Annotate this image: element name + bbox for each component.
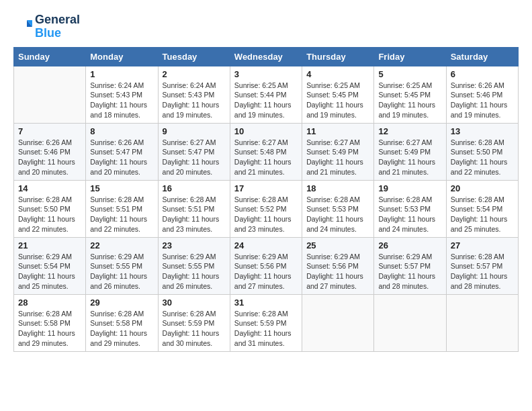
day-info: Sunrise: 6:28 AM Sunset: 5:51 PM Dayligh… — [90, 195, 153, 234]
day-number: 14 — [18, 183, 81, 193]
day-number: 24 — [234, 240, 298, 250]
calendar-cell: 7Sunrise: 6:26 AM Sunset: 5:46 PM Daylig… — [14, 123, 86, 180]
day-info: Sunrise: 6:28 AM Sunset: 5:59 PM Dayligh… — [234, 309, 298, 349]
day-number: 7 — [18, 126, 81, 136]
day-info: Sunrise: 6:27 AM Sunset: 5:49 PM Dayligh… — [378, 138, 441, 177]
calendar-cell: 19Sunrise: 6:28 AM Sunset: 5:53 PM Dayli… — [374, 180, 446, 237]
day-info: Sunrise: 6:28 AM Sunset: 5:53 PM Dayligh… — [378, 195, 441, 234]
day-number: 13 — [451, 126, 514, 136]
calendar-cell: 22Sunrise: 6:29 AM Sunset: 5:55 PM Dayli… — [86, 237, 158, 294]
day-info: Sunrise: 6:25 AM Sunset: 5:45 PM Dayligh… — [378, 81, 441, 120]
day-info: Sunrise: 6:26 AM Sunset: 5:46 PM Dayligh… — [18, 138, 81, 177]
day-info: Sunrise: 6:26 AM Sunset: 5:47 PM Dayligh… — [90, 138, 153, 177]
calendar-cell: 28Sunrise: 6:28 AM Sunset: 5:58 PM Dayli… — [14, 294, 86, 351]
header-cell-friday: Friday — [374, 47, 446, 66]
day-number: 1 — [90, 69, 153, 79]
calendar-cell: 10Sunrise: 6:27 AM Sunset: 5:48 PM Dayli… — [230, 123, 302, 180]
calendar-cell: 31Sunrise: 6:28 AM Sunset: 5:59 PM Dayli… — [230, 294, 302, 351]
calendar-cell: 17Sunrise: 6:28 AM Sunset: 5:52 PM Dayli… — [230, 180, 302, 237]
day-number: 11 — [306, 126, 369, 136]
header-cell-monday: Monday — [86, 47, 158, 66]
day-number: 29 — [90, 298, 153, 308]
day-info: Sunrise: 6:28 AM Sunset: 5:52 PM Dayligh… — [234, 195, 298, 234]
day-number: 30 — [163, 298, 226, 308]
day-number: 9 — [163, 126, 226, 136]
day-number: 15 — [90, 183, 153, 193]
calendar-cell: 9Sunrise: 6:27 AM Sunset: 5:47 PM Daylig… — [158, 123, 230, 180]
header-cell-wednesday: Wednesday — [230, 47, 302, 66]
day-info: Sunrise: 6:28 AM Sunset: 5:51 PM Dayligh… — [163, 195, 226, 234]
calendar-cell: 1Sunrise: 6:24 AM Sunset: 5:43 PM Daylig… — [86, 66, 158, 123]
header-cell-tuesday: Tuesday — [158, 47, 230, 66]
day-number: 25 — [306, 240, 369, 250]
day-info: Sunrise: 6:28 AM Sunset: 5:50 PM Dayligh… — [18, 195, 81, 234]
calendar-cell: 20Sunrise: 6:28 AM Sunset: 5:54 PM Dayli… — [446, 180, 518, 237]
calendar-cell: 12Sunrise: 6:27 AM Sunset: 5:49 PM Dayli… — [374, 123, 446, 180]
calendar-cell: 21Sunrise: 6:29 AM Sunset: 5:54 PM Dayli… — [14, 237, 86, 294]
day-info: Sunrise: 6:25 AM Sunset: 5:45 PM Dayligh… — [306, 81, 369, 120]
calendar-cell: 16Sunrise: 6:28 AM Sunset: 5:51 PM Dayli… — [158, 180, 230, 237]
header-cell-saturday: Saturday — [446, 47, 518, 66]
day-number: 26 — [378, 240, 441, 250]
day-info: Sunrise: 6:25 AM Sunset: 5:44 PM Dayligh… — [234, 81, 298, 120]
day-number: 17 — [234, 183, 298, 193]
calendar-cell: 24Sunrise: 6:29 AM Sunset: 5:56 PM Dayli… — [230, 237, 302, 294]
day-number: 10 — [234, 126, 298, 136]
day-info: Sunrise: 6:29 AM Sunset: 5:54 PM Dayligh… — [18, 252, 81, 291]
day-info: Sunrise: 6:29 AM Sunset: 5:56 PM Dayligh… — [234, 252, 298, 291]
day-info: Sunrise: 6:28 AM Sunset: 5:58 PM Dayligh… — [90, 309, 153, 349]
logo-icon — [13, 17, 32, 36]
day-number: 4 — [306, 69, 369, 79]
day-info: Sunrise: 6:27 AM Sunset: 5:47 PM Dayligh… — [163, 138, 226, 177]
calendar-cell: 3Sunrise: 6:25 AM Sunset: 5:44 PM Daylig… — [230, 66, 302, 123]
day-number: 28 — [18, 298, 81, 308]
logo: General Blue — [13, 13, 80, 40]
day-info: Sunrise: 6:27 AM Sunset: 5:49 PM Dayligh… — [306, 138, 369, 177]
calendar-cell — [302, 294, 374, 351]
day-info: Sunrise: 6:27 AM Sunset: 5:48 PM Dayligh… — [234, 138, 298, 177]
day-info: Sunrise: 6:28 AM Sunset: 5:53 PM Dayligh… — [306, 195, 369, 234]
day-number: 23 — [163, 240, 226, 250]
calendar-cell: 6Sunrise: 6:26 AM Sunset: 5:46 PM Daylig… — [446, 66, 518, 123]
header-cell-sunday: Sunday — [14, 47, 86, 66]
day-info: Sunrise: 6:29 AM Sunset: 5:57 PM Dayligh… — [378, 252, 441, 291]
calendar-cell: 13Sunrise: 6:28 AM Sunset: 5:50 PM Dayli… — [446, 123, 518, 180]
day-info: Sunrise: 6:24 AM Sunset: 5:43 PM Dayligh… — [163, 81, 226, 120]
calendar-cell: 18Sunrise: 6:28 AM Sunset: 5:53 PM Dayli… — [302, 180, 374, 237]
day-number: 12 — [378, 126, 441, 136]
page-header: General Blue — [13, 13, 519, 40]
day-info: Sunrise: 6:28 AM Sunset: 5:54 PM Dayligh… — [451, 195, 514, 234]
day-number: 8 — [90, 126, 153, 136]
day-number: 19 — [378, 183, 441, 193]
calendar-week-2: 7Sunrise: 6:26 AM Sunset: 5:46 PM Daylig… — [14, 123, 519, 180]
calendar-cell: 27Sunrise: 6:28 AM Sunset: 5:57 PM Dayli… — [446, 237, 518, 294]
logo-text: General Blue — [35, 13, 80, 40]
day-info: Sunrise: 6:28 AM Sunset: 5:50 PM Dayligh… — [451, 138, 514, 177]
day-number: 6 — [451, 69, 514, 79]
calendar-cell — [14, 66, 86, 123]
day-number: 2 — [163, 69, 226, 79]
day-info: Sunrise: 6:28 AM Sunset: 5:57 PM Dayligh… — [451, 252, 514, 291]
day-info: Sunrise: 6:26 AM Sunset: 5:46 PM Dayligh… — [451, 81, 514, 120]
calendar-cell: 11Sunrise: 6:27 AM Sunset: 5:49 PM Dayli… — [302, 123, 374, 180]
calendar-cell: 25Sunrise: 6:29 AM Sunset: 5:56 PM Dayli… — [302, 237, 374, 294]
calendar-cell: 5Sunrise: 6:25 AM Sunset: 5:45 PM Daylig… — [374, 66, 446, 123]
day-info: Sunrise: 6:29 AM Sunset: 5:55 PM Dayligh… — [90, 252, 153, 291]
calendar-table: SundayMondayTuesdayWednesdayThursdayFrid… — [13, 47, 519, 352]
calendar-cell: 8Sunrise: 6:26 AM Sunset: 5:47 PM Daylig… — [86, 123, 158, 180]
day-info: Sunrise: 6:24 AM Sunset: 5:43 PM Dayligh… — [90, 81, 153, 120]
header-cell-thursday: Thursday — [302, 47, 374, 66]
calendar-cell: 4Sunrise: 6:25 AM Sunset: 5:45 PM Daylig… — [302, 66, 374, 123]
calendar-cell: 2Sunrise: 6:24 AM Sunset: 5:43 PM Daylig… — [158, 66, 230, 123]
calendar-week-1: 1Sunrise: 6:24 AM Sunset: 5:43 PM Daylig… — [14, 66, 519, 123]
day-number: 5 — [378, 69, 441, 79]
day-number: 18 — [306, 183, 369, 193]
day-number: 21 — [18, 240, 81, 250]
calendar-week-5: 28Sunrise: 6:28 AM Sunset: 5:58 PM Dayli… — [14, 294, 519, 351]
calendar-cell: 26Sunrise: 6:29 AM Sunset: 5:57 PM Dayli… — [374, 237, 446, 294]
day-info: Sunrise: 6:28 AM Sunset: 5:58 PM Dayligh… — [18, 309, 81, 349]
calendar-week-3: 14Sunrise: 6:28 AM Sunset: 5:50 PM Dayli… — [14, 180, 519, 237]
calendar-cell — [446, 294, 518, 351]
day-number: 22 — [90, 240, 153, 250]
calendar-cell: 30Sunrise: 6:28 AM Sunset: 5:59 PM Dayli… — [158, 294, 230, 351]
